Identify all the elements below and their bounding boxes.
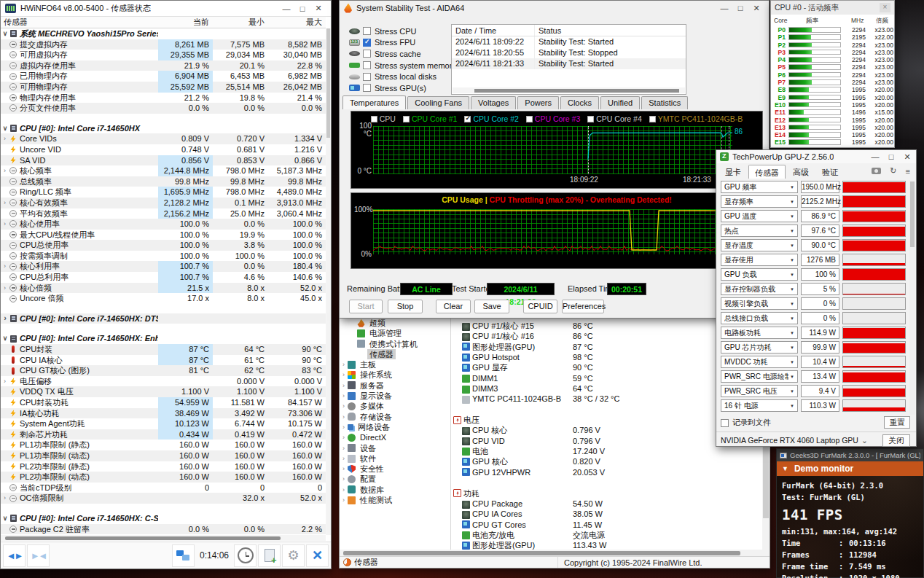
- sidebar-item-flame[interactable]: 超频: [340, 318, 450, 328]
- scrollbar-thumb[interactable]: [910, 181, 915, 247]
- sensor-item-row[interactable]: CPU Package54.50 W: [452, 499, 762, 509]
- gpuz-tab-2[interactable]: 高级: [787, 165, 815, 179]
- expand-icon[interactable]: [1, 219, 9, 230]
- stop-button[interactable]: Stop: [388, 300, 423, 313]
- sidebar-item-media[interactable]: 多媒体: [340, 401, 450, 411]
- legend-checkbox[interactable]: [649, 116, 656, 122]
- sidebar-item-os[interactable]: 操作系统: [340, 370, 450, 380]
- close-button[interactable]: ✕: [310, 4, 326, 13]
- sensor-row[interactable]: CPU封装87 °C64 °C90 °C: [1, 344, 326, 355]
- sensor-row[interactable]: CPU GT核心 (图形)81 °C62 °C83 °C: [1, 365, 326, 376]
- maximize-button[interactable]: □: [294, 4, 310, 13]
- sensor-select[interactable]: 显存温度: [721, 239, 798, 251]
- sensor-select[interactable]: GPU 负载: [721, 268, 798, 281]
- close-button[interactable]: ✕: [748, 4, 764, 13]
- expand-icon[interactable]: [1, 283, 9, 294]
- sensor-select[interactable]: 总线接口负载: [721, 312, 798, 324]
- column-headers[interactable]: 传感器 当前 最小 最大: [1, 17, 326, 28]
- reset-button[interactable]: 重置: [884, 416, 910, 429]
- sensor-row[interactable]: OC倍频限制32.0 x52.0 x: [1, 493, 326, 504]
- hwinfo-titlebar[interactable]: HWiNFO64 v8.00-5400 - 传感器状态 — □ ✕: [1, 1, 331, 17]
- gpuz-tab-1[interactable]: 传感器: [748, 165, 786, 179]
- expand-icon[interactable]: [340, 443, 348, 453]
- collapse-icon[interactable]: [1, 28, 9, 39]
- col-max[interactable]: 最大: [268, 17, 326, 28]
- sensor-row[interactable]: 当前cTDP级别000: [1, 483, 326, 493]
- expand-icon[interactable]: [340, 412, 348, 422]
- swap-arrows-button[interactable]: ◄►: [3, 544, 26, 567]
- sensor-select[interactable]: 视频引擎负载: [721, 297, 798, 310]
- sensor-row[interactable]: Uncore VID0.748 V0.681 V1.216 V: [1, 144, 326, 155]
- minimize-button[interactable]: —: [278, 4, 294, 13]
- minimize-button[interactable]: —: [716, 4, 732, 12]
- scrollbar-thumb[interactable]: [326, 28, 330, 138]
- vertical-scrollbar[interactable]: [326, 28, 331, 535]
- log-col-datetime[interactable]: Date / Time: [452, 25, 535, 36]
- expand-icon[interactable]: [340, 495, 348, 505]
- horizontal-scrollbar[interactable]: [1, 535, 326, 541]
- sensor-row[interactable]: PL1功率限制 (动态)160.0 W160.0 W160.0 W: [1, 450, 326, 461]
- sensor-select[interactable]: MVDDC 功耗: [721, 356, 798, 368]
- log-to-file-checkbox[interactable]: [721, 419, 729, 427]
- sensor-row[interactable]: 按需频率调制100.0 %100.0 %100.0 %: [1, 251, 326, 262]
- sensor-row[interactable]: 可用虚拟内存29,355 MB29,034 MB30,040 MB: [1, 50, 326, 60]
- expand-icon[interactable]: [340, 370, 348, 380]
- exit-button[interactable]: ✕: [306, 544, 329, 567]
- sensor-group-row[interactable]: CPU [#0]: Intel Core i7-14650HX: Enhance…: [1, 333, 326, 344]
- swap-arrows-disabled-button[interactable]: ►◄: [27, 544, 50, 567]
- screenshot-icon[interactable]: [872, 168, 881, 174]
- maximize-button[interactable]: □: [886, 152, 896, 161]
- sensor-group-row[interactable]: 系统 MECHREVO Yaoshi15Pro Series GM5IX0A: [1, 28, 326, 39]
- tab-voltages[interactable]: Voltages: [471, 96, 516, 109]
- sensor-row[interactable]: System Agent功耗10.123 W6.744 W10.175 W: [1, 418, 326, 429]
- sensor-row[interactable]: 分页文件使用率0.0 %0.0 %0.0 %: [1, 103, 326, 114]
- sensor-select[interactable]: PWR_SRC 电压: [721, 385, 798, 397]
- save-button[interactable]: Save: [474, 300, 509, 313]
- collapse-icon[interactable]: [1, 123, 9, 134]
- close-button[interactable]: ✕: [902, 152, 912, 162]
- sidebar-item-storage[interactable]: 存储设备: [340, 412, 450, 422]
- stability-titlebar[interactable]: System Stability Test - AIDA64 — □ ✕: [340, 1, 769, 15]
- refresh-icon[interactable]: ↻: [890, 166, 896, 176]
- tab-clocks[interactable]: Clocks: [560, 96, 599, 109]
- sensor-row[interactable]: 电压偏移0.000 V0.000 V: [1, 376, 326, 387]
- legend-checkbox[interactable]: [403, 116, 410, 122]
- vertical-scrollbar[interactable]: [909, 180, 915, 415]
- sensor-group-row[interactable]: CPU [#0]: Intel Core i7-14650HX: C-State…: [1, 513, 326, 524]
- collapse-icon[interactable]: [1, 333, 9, 344]
- sensor-select[interactable]: 显存控制器负载: [721, 283, 798, 295]
- sidebar-item-device[interactable]: 设备: [340, 443, 450, 453]
- sensor-select[interactable]: 电路板功耗: [721, 327, 798, 339]
- expand-icon[interactable]: [1, 493, 9, 504]
- collapse-icon[interactable]: [1, 513, 9, 524]
- close-button[interactable]: ×: [880, 3, 890, 12]
- sensor-row[interactable]: SA VID0.856 V0.853 V0.866 V: [1, 155, 326, 166]
- sidebar-item-network[interactable]: 网络设备: [340, 422, 450, 432]
- log-row[interactable]: 2024/6/11 18:20:55Stability Test: Stoppe…: [452, 47, 686, 58]
- sensor-row[interactable]: 可用物理内存25,592 MB25,514 MB26,042 MB: [1, 82, 326, 93]
- settings-button[interactable]: ⚙: [282, 544, 305, 567]
- expand-icon[interactable]: [340, 474, 348, 484]
- sidebar-item-board[interactable]: 主板: [340, 359, 450, 370]
- tab-statistics[interactable]: Statistics: [641, 96, 688, 109]
- sensor-item-row[interactable]: 电池充/放电交流电源: [452, 530, 762, 540]
- sensor-row[interactable]: 已用物理内存6,904 MB6,453 MB6,982 MB: [1, 71, 326, 82]
- gpuz-tab-0[interactable]: 显卡: [719, 165, 747, 179]
- expand-icon[interactable]: [340, 432, 348, 442]
- tab-powers[interactable]: Powers: [517, 96, 559, 109]
- col-min[interactable]: 最小: [213, 17, 268, 28]
- sensor-row[interactable]: 核心有效频率2,128.2 MHz0.1 MHz3,913.0 MHz: [1, 198, 326, 208]
- expand-icon[interactable]: [1, 198, 9, 208]
- expand-icon[interactable]: [340, 391, 348, 401]
- sidebar-item-server[interactable]: 服务器: [340, 380, 450, 391]
- sensor-item-row[interactable]: CPU GT Cores11.45 W: [452, 520, 762, 530]
- sensor-select[interactable]: GPU 芯片功耗: [721, 341, 798, 354]
- sensor-row[interactable]: 平均有效频率2,156.2 MHz25.0 MHz3,060.4 MHz: [1, 208, 326, 219]
- stress-checkbox[interactable]: [363, 39, 371, 47]
- cpuid-button[interactable]: CPUID: [523, 300, 557, 313]
- legend-checkbox[interactable]: [371, 116, 377, 122]
- expand-icon[interactable]: [340, 485, 348, 495]
- log-row[interactable]: 2024/6/11 18:21:33Stability Test: Starte…: [452, 58, 686, 69]
- sensor-row[interactable]: CPU封装功耗54.959 W11.581 W84.157 W: [1, 397, 326, 408]
- sensor-section-row[interactable]: 功耗: [452, 488, 762, 499]
